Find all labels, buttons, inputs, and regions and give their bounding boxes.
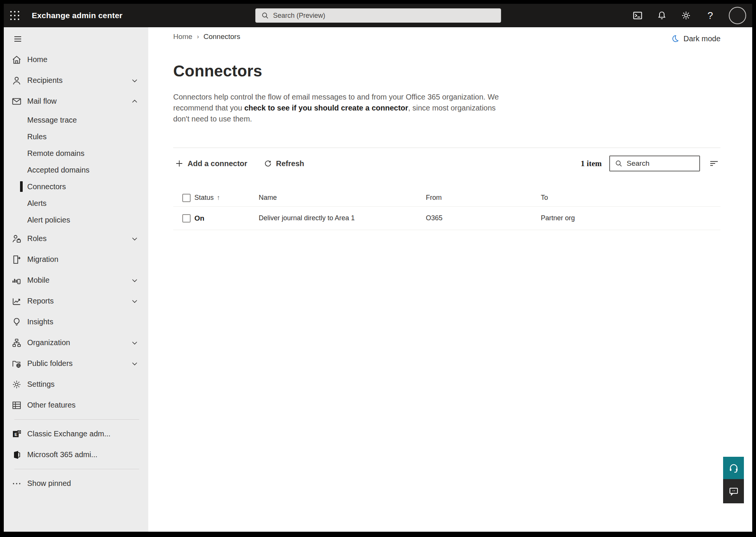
sidebar-item-label: Insights [27, 318, 53, 326]
refresh-button[interactable]: Refresh [262, 157, 306, 170]
sidebar-divider [14, 419, 139, 420]
chevron-down-icon [131, 339, 138, 347]
home-icon [11, 54, 22, 65]
list-search-input[interactable] [627, 159, 691, 168]
chevron-up-icon [131, 98, 138, 105]
item-count: 1 item [581, 159, 602, 168]
sidebar-item-label: Other features [27, 401, 76, 409]
line-chart-icon [11, 296, 22, 307]
dark-mode-toggle[interactable]: Dark mode [671, 34, 720, 43]
sidebar-item-microsoft-365-admin[interactable]: Microsoft 365 admi... [4, 444, 148, 465]
sidebar-item-public-folders[interactable]: Public folders [4, 353, 148, 374]
add-connector-label: Add a connector [188, 159, 247, 168]
sidebar-nav: Home Recipients [4, 27, 148, 532]
sort-ascending-icon[interactable]: ↑ [217, 194, 220, 202]
sidebar-item-show-pinned[interactable]: Show pinned [4, 473, 148, 494]
sidebar-divider [14, 469, 139, 469]
global-search-input[interactable] [273, 12, 489, 20]
sidebar-item-accepted-domains[interactable]: Accepted domains [4, 162, 148, 178]
breadcrumb-chevron-icon: › [197, 33, 199, 40]
sidebar-item-rules[interactable]: Rules [4, 128, 148, 145]
moon-icon [671, 34, 680, 43]
filter-icon[interactable] [708, 157, 720, 170]
sidebar-item-reports[interactable]: Reports [4, 291, 148, 311]
sidebar-item-label: Alert policies [27, 216, 70, 224]
exchange-admin-window: Exchange admin center [4, 4, 752, 532]
sidebar-item-label: Mobile [27, 276, 50, 285]
sidebar-item-connectors[interactable]: Connectors [4, 178, 148, 195]
selected-indicator [20, 181, 23, 192]
feedback-chat-button[interactable] [723, 479, 744, 503]
app-title: Exchange admin center [32, 11, 123, 20]
mobile-chart-icon [11, 275, 22, 286]
chevron-down-icon [131, 360, 138, 367]
org-chart-icon [11, 338, 22, 348]
help-icon[interactable]: ? [705, 10, 716, 21]
main-content: Home › Connectors Dark mode Connectors C… [148, 27, 752, 532]
chevron-down-icon [131, 277, 138, 284]
sidebar-item-alert-policies[interactable]: Alert policies [4, 212, 148, 228]
sidebar-item-settings[interactable]: Settings [4, 374, 148, 395]
sidebar-item-label: Organization [27, 338, 70, 347]
person-icon [11, 75, 22, 86]
sidebar-item-remote-domains[interactable]: Remote domains [4, 145, 148, 162]
sidebar-item-label: Home [27, 55, 47, 64]
gear-icon [11, 379, 22, 390]
description-link[interactable]: check to see if you should create a conn… [244, 104, 408, 112]
table-grid-icon [11, 400, 22, 411]
sidebar-item-label: Show pinned [27, 479, 71, 488]
global-search-box[interactable] [255, 8, 501, 23]
sidebar-item-label: Roles [27, 234, 47, 243]
search-icon [261, 11, 269, 20]
avatar[interactable] [729, 7, 746, 24]
page-title: Connectors [173, 62, 262, 80]
sidebar-item-migration[interactable]: Migration [4, 249, 148, 270]
sidebar-item-label: Reports [27, 297, 54, 305]
collapse-nav-button[interactable] [12, 33, 25, 45]
column-header-to[interactable]: To [541, 194, 720, 202]
notifications-bell-icon[interactable] [656, 10, 668, 21]
microsoft-365-logo-icon [11, 450, 22, 460]
breadcrumb: Home › Connectors [173, 33, 240, 41]
sidebar-item-insights[interactable]: Insights [4, 311, 148, 332]
column-header-name[interactable]: Name [259, 194, 426, 202]
sidebar-item-mobile[interactable]: Mobile [4, 270, 148, 291]
lightbulb-icon [11, 317, 22, 327]
table-row[interactable]: On Deliver journal directly to Area 1 O3… [173, 206, 720, 230]
sidebar-item-home[interactable]: Home [4, 49, 148, 70]
svg-text:E: E [14, 431, 17, 436]
connector-from: O365 [426, 214, 541, 222]
plus-icon [175, 159, 184, 168]
help-support-button[interactable] [723, 457, 744, 479]
chevron-down-icon [131, 77, 138, 84]
sidebar-item-label: Settings [27, 380, 54, 389]
sidebar-item-organization[interactable]: Organization [4, 332, 148, 353]
sidebar-item-other-features[interactable]: Other features [4, 395, 148, 416]
sidebar-item-label: Mail flow [27, 97, 57, 106]
sidebar-item-label: Rules [27, 132, 47, 141]
breadcrumb-home-link[interactable]: Home [173, 33, 192, 41]
migration-document-icon [11, 254, 22, 265]
settings-gear-icon[interactable] [680, 10, 692, 21]
sidebar-item-recipients[interactable]: Recipients [4, 70, 148, 91]
breadcrumb-current: Connectors [203, 33, 240, 41]
sidebar-item-mail-flow[interactable]: Mail flow [4, 91, 148, 112]
chevron-down-icon [131, 297, 138, 305]
connector-status: On [194, 214, 204, 223]
column-header-status[interactable]: Status [194, 194, 214, 202]
app-launcher-button[interactable] [4, 4, 26, 27]
sidebar-item-roles[interactable]: Roles [4, 228, 148, 249]
connector-name[interactable]: Deliver journal directly to Area 1 [259, 214, 426, 222]
sidebar-item-classic-exchange[interactable]: E Classic Exchange adm... [4, 423, 148, 444]
add-connector-button[interactable]: Add a connector [173, 157, 249, 170]
column-header-from[interactable]: From [426, 194, 541, 202]
folder-globe-icon [11, 358, 22, 369]
sidebar-item-alerts[interactable]: Alerts [4, 195, 148, 212]
table-header-row: Status ↑ Name From To [173, 189, 720, 206]
sidebar-item-label: Alerts [27, 199, 47, 208]
powershell-icon[interactable] [632, 10, 643, 21]
select-all-checkbox[interactable] [182, 194, 191, 202]
sidebar-item-message-trace[interactable]: Message trace [4, 112, 148, 128]
list-search-box[interactable] [609, 156, 700, 171]
row-checkbox[interactable] [182, 214, 191, 223]
